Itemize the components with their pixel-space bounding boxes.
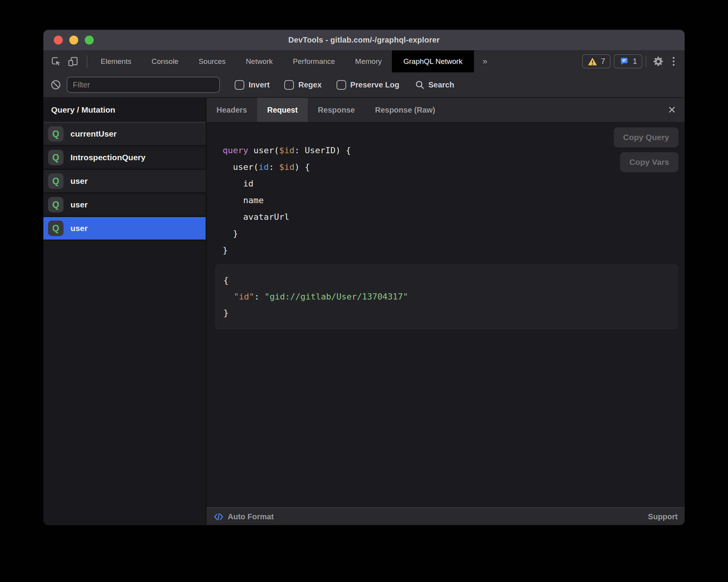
query-variables-code: { "id": "gid://gitlab/User/13704317"} xyxy=(223,272,671,321)
traffic-lights xyxy=(54,30,94,50)
graphql-query-code: query user($id: UserID) { user(id: $id) … xyxy=(206,123,685,258)
close-window-button[interactable] xyxy=(54,36,63,45)
tab-network[interactable]: Network xyxy=(236,50,283,72)
query-label: user xyxy=(70,176,88,186)
tab-performance[interactable]: Performance xyxy=(283,50,345,72)
query-list-item-user-2[interactable]: Q user xyxy=(43,193,206,217)
filter-input[interactable] xyxy=(67,77,220,93)
preserve-log-checkbox[interactable]: Preserve Log xyxy=(337,80,400,90)
request-detail-body: query user($id: UserID) { user(id: $id) … xyxy=(206,123,685,507)
more-options-icon[interactable] xyxy=(667,57,680,66)
message-count: 1 xyxy=(633,57,637,66)
regex-label: Regex xyxy=(298,80,321,89)
tab-response-raw[interactable]: Response (Raw) xyxy=(365,98,445,122)
auto-format-label: Auto Format xyxy=(228,512,274,521)
detail-panel: Headers Request Response Response (Raw) … xyxy=(206,98,685,525)
tab-request[interactable]: Request xyxy=(257,98,308,122)
inspect-element-icon[interactable] xyxy=(50,55,63,68)
query-type-badge: Q xyxy=(48,221,64,236)
query-label: IntrospectionQuery xyxy=(70,153,146,162)
copy-buttons: Copy Query Copy Vars xyxy=(614,127,678,172)
tab-graphql-network[interactable]: GraphQL Network xyxy=(392,50,474,72)
search-button[interactable]: Search xyxy=(415,80,454,90)
preserve-log-label: Preserve Log xyxy=(350,80,400,89)
toolbar-separator xyxy=(87,55,88,68)
settings-gear-icon[interactable] xyxy=(652,55,665,68)
detail-footer: Auto Format Support xyxy=(206,507,685,525)
invert-label: Invert xyxy=(249,80,270,89)
search-icon xyxy=(415,80,425,90)
auto-format-button[interactable]: Auto Format xyxy=(213,512,274,522)
warning-count: 7 xyxy=(601,57,605,66)
clear-icon[interactable] xyxy=(50,79,62,91)
query-type-badge: Q xyxy=(48,126,64,142)
query-label: currentUser xyxy=(70,129,117,139)
query-list-item-user-1[interactable]: Q user xyxy=(43,170,206,193)
tab-memory[interactable]: Memory xyxy=(345,50,392,72)
devtools-window: DevTools - gitlab.com/-/graphql-explorer… xyxy=(43,30,685,525)
checkbox-icon[interactable] xyxy=(284,80,294,90)
query-list-panel: Query / Mutation Q currentUser Q Introsp… xyxy=(43,98,206,525)
device-toolbar-icon[interactable] xyxy=(67,55,80,68)
code-brackets-icon xyxy=(213,512,224,522)
tab-console[interactable]: Console xyxy=(141,50,189,72)
close-detail-icon[interactable]: ✕ xyxy=(668,105,676,115)
query-type-badge: Q xyxy=(48,150,64,165)
regex-checkbox[interactable]: Regex xyxy=(284,80,321,90)
warnings-badge[interactable]: 7 xyxy=(582,54,611,68)
toolbar-separator xyxy=(646,55,646,68)
query-label: user xyxy=(70,224,88,233)
more-tabs-chevron[interactable]: » xyxy=(474,50,496,72)
title-bar: DevTools - gitlab.com/-/graphql-explorer xyxy=(43,30,685,50)
query-type-badge: Q xyxy=(48,197,64,212)
copy-vars-button[interactable]: Copy Vars xyxy=(620,152,678,172)
filter-bar: Invert Regex Preserve Log Search xyxy=(43,72,685,98)
invert-checkbox[interactable]: Invert xyxy=(235,80,270,90)
query-list-item-introspectionquery[interactable]: Q IntrospectionQuery xyxy=(43,146,206,170)
minimize-window-button[interactable] xyxy=(69,36,78,45)
message-icon xyxy=(619,56,629,67)
tab-response[interactable]: Response xyxy=(308,98,365,122)
query-list-header: Query / Mutation xyxy=(43,98,206,123)
checkbox-icon[interactable] xyxy=(235,80,244,90)
main-content: Query / Mutation Q currentUser Q Introsp… xyxy=(43,98,685,525)
query-list-item-user-selected[interactable]: Q user xyxy=(43,217,206,241)
devtools-toolbar: Elements Console Sources Network Perform… xyxy=(43,50,685,72)
query-label: user xyxy=(70,200,88,209)
window-title: DevTools - gitlab.com/-/graphql-explorer xyxy=(288,36,440,45)
query-list-item-currentuser[interactable]: Q currentUser xyxy=(43,123,206,146)
toolbar-icons xyxy=(43,50,84,72)
tab-sources[interactable]: Sources xyxy=(189,50,236,72)
tab-elements[interactable]: Elements xyxy=(91,50,141,72)
copy-query-button[interactable]: Copy Query xyxy=(614,127,678,147)
toolbar-right: 7 1 xyxy=(579,50,685,72)
query-type-badge: Q xyxy=(48,173,64,189)
checkbox-icon[interactable] xyxy=(337,80,346,90)
zoom-window-button[interactable] xyxy=(85,36,94,45)
detail-tab-bar: Headers Request Response Response (Raw) … xyxy=(206,98,685,123)
search-label: Search xyxy=(428,80,454,89)
query-variables-box: { "id": "gid://gitlab/User/13704317"} xyxy=(215,264,678,330)
warning-icon xyxy=(587,56,598,67)
support-link[interactable]: Support xyxy=(648,512,678,521)
issues-badge[interactable]: 1 xyxy=(614,54,642,68)
tab-headers[interactable]: Headers xyxy=(206,98,257,122)
